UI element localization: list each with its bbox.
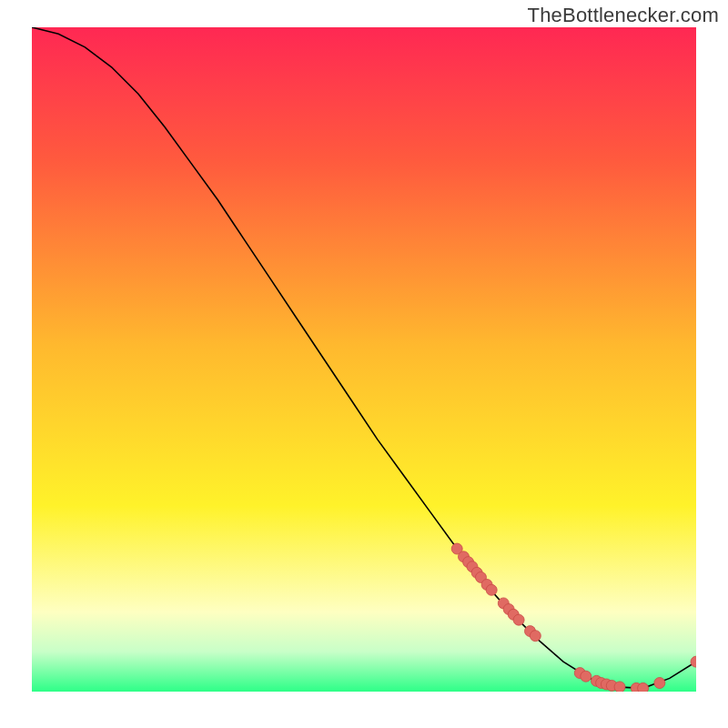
data-point-marker xyxy=(486,584,497,595)
watermark-text: TheBottlenecker.com xyxy=(528,4,719,27)
data-point-marker xyxy=(513,614,524,625)
chart-svg xyxy=(32,27,696,692)
gradient-background xyxy=(32,27,696,692)
data-point-marker xyxy=(638,682,649,692)
data-point-marker xyxy=(614,682,625,692)
plot-area xyxy=(32,27,696,692)
data-point-marker xyxy=(654,678,665,689)
chart-container: TheBottlenecker.com xyxy=(0,0,728,728)
data-point-marker xyxy=(581,671,592,682)
data-point-marker xyxy=(530,631,541,642)
